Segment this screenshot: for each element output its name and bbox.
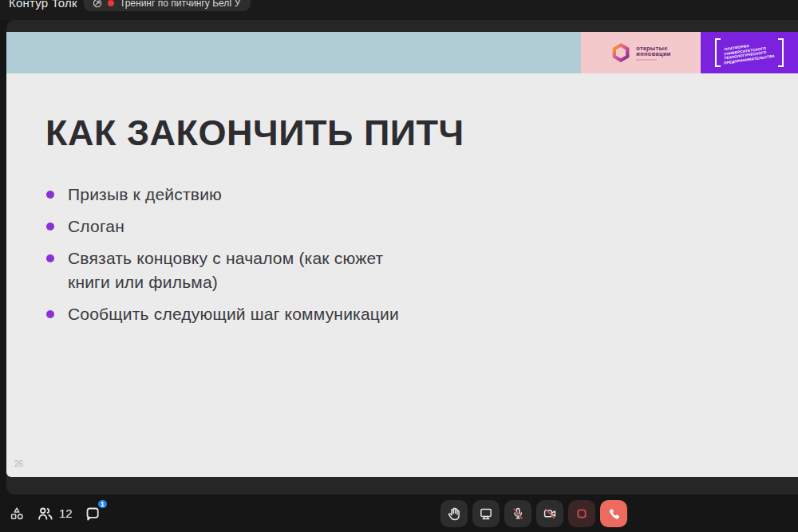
- layout-shapes-icon: [8, 505, 26, 522]
- slide-page-number: 26: [14, 459, 23, 468]
- layout-button[interactable]: [8, 505, 26, 522]
- open-innovations-logo-icon: [610, 42, 631, 63]
- raise-hand-button[interactable]: [440, 500, 468, 527]
- participants-button[interactable]: 12: [36, 504, 73, 523]
- header-band-blue: [6, 32, 581, 73]
- slide-title: КАК ЗАКОНЧИТЬ ПИТЧ: [45, 112, 464, 154]
- bottom-control-bar: 12 1: [0, 495, 798, 532]
- raise-hand-icon: [446, 506, 462, 522]
- bullet-item: Слоган: [46, 215, 421, 238]
- participants-count: 12: [59, 506, 73, 520]
- chat-unread-badge: 1: [97, 499, 109, 510]
- recording-indicator-dot: [108, 0, 114, 6]
- header-band-pink: открытые инновации: [581, 32, 701, 73]
- open-innovations-subline: [636, 59, 657, 61]
- open-innovations-logo-text: открытые инновации: [636, 45, 670, 61]
- bullet-item: Связать концовку с началом (как сюжет кн…: [46, 246, 421, 294]
- bullet-item: Сообщить следующий шаг коммуникации: [46, 302, 421, 326]
- open-innovations-line2: инновации: [636, 51, 670, 57]
- hang-up-phone-icon: [606, 506, 622, 522]
- header-band-purple: ПЛАТФОРМА УНИВЕРСИТЕТСКОГО ТЕХНОЛОГИЧЕСК…: [701, 32, 798, 73]
- slide-header-band: открытые инновации ПЛАТФОРМА УНИВЕРСИТЕТ…: [6, 32, 798, 73]
- microphone-muted-button[interactable]: [504, 500, 531, 527]
- bottom-left-cluster: 12 1: [8, 495, 102, 532]
- camera-off-icon: [542, 506, 558, 522]
- hang-up-button[interactable]: [600, 500, 627, 527]
- participants-icon: [36, 504, 55, 523]
- chat-button[interactable]: 1: [83, 504, 102, 523]
- screen-share-icon: [478, 506, 494, 522]
- room-icon: [93, 0, 102, 8]
- platform-logo-right-bracket: [778, 38, 784, 67]
- top-bar: Контур Толк Тренинг по питчингу БелГУ: [0, 0, 798, 20]
- microphone-off-icon: [510, 506, 526, 522]
- stop-recording-icon: [574, 506, 590, 522]
- call-controls: [440, 500, 627, 527]
- screen-share-button[interactable]: [472, 500, 500, 527]
- room-tab-label: Тренинг по питчингу БелГУ: [120, 0, 240, 9]
- stop-recording-button[interactable]: [568, 500, 595, 527]
- camera-off-button[interactable]: [536, 500, 563, 527]
- platform-logo-text: ПЛАТФОРМА УНИВЕРСИТЕТСКОГО ТЕХНОЛОГИЧЕСК…: [724, 40, 776, 65]
- screen-share-tile: открытые инновации ПЛАТФОРМА УНИВЕРСИТЕТ…: [6, 20, 798, 495]
- slide-bullet-list: Призыв к действию Слоган Связать концовк…: [46, 183, 421, 334]
- bullet-item: Призыв к действию: [46, 183, 421, 207]
- presentation-slide: открытые инновации ПЛАТФОРМА УНИВЕРСИТЕТ…: [6, 32, 798, 477]
- app-title: Контур Толк: [9, 0, 77, 10]
- platform-logo-left-bracket: [715, 38, 721, 67]
- room-tab[interactable]: Тренинг по питчингу БелГУ: [84, 0, 251, 11]
